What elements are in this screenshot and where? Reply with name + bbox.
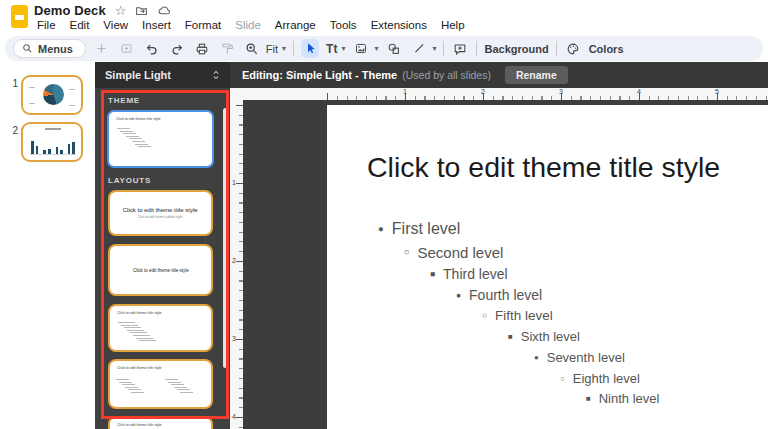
- filmstrip-slide-1[interactable]: 1: [0, 75, 95, 115]
- thumb-title-text: Click to edit theme title style: [133, 268, 189, 273]
- unfold-more-icon[interactable]: [210, 69, 222, 81]
- editing-label: Editing: Simple Light - Theme: [242, 69, 397, 81]
- bullet-level-2[interactable]: ○Second level: [404, 241, 659, 263]
- menu-slide: Slide: [228, 17, 268, 33]
- pie-chart-graphic: [43, 84, 64, 105]
- bullet-level-1[interactable]: ●First level: [378, 216, 659, 241]
- bullet-level-3[interactable]: ■Third level: [430, 263, 659, 284]
- theme-title-placeholder[interactable]: Click to edit theme title style: [367, 151, 720, 184]
- menu-file[interactable]: File: [30, 17, 63, 33]
- theme-panel-body: THEME Click to edit theme title style LA…: [95, 88, 230, 429]
- menu-arrange[interactable]: Arrange: [268, 17, 323, 33]
- menu-view[interactable]: View: [96, 17, 135, 33]
- zoom-icon[interactable]: [243, 39, 261, 58]
- title-bar: Demo Deck ☆ File Edit View Insert Format…: [0, 0, 768, 36]
- thumb-bullet-cascade: [118, 322, 156, 343]
- layout-thumbnail-title-only[interactable]: Click to edit theme title style: [108, 244, 213, 296]
- horizontal-ruler: 1 2 3 4 5: [230, 88, 768, 100]
- thumb-title-text: Click to edit theme title style: [116, 117, 161, 121]
- theme-selector[interactable]: Simple Light: [95, 62, 230, 88]
- filled-circle-bullet-icon: ●: [534, 353, 539, 362]
- zoom-caret-icon[interactable]: ▾: [282, 44, 286, 53]
- print-icon[interactable]: [193, 39, 211, 58]
- square-bullet-icon: ■: [430, 269, 435, 279]
- menu-tools[interactable]: Tools: [323, 17, 364, 33]
- document-title[interactable]: Demo Deck: [34, 3, 106, 18]
- ruler-number: 1: [403, 88, 407, 95]
- toolbar-divider: [556, 41, 557, 56]
- insert-shape-button[interactable]: [385, 39, 403, 58]
- square-bullet-icon: ■: [508, 332, 513, 341]
- thumb-title-text: Click to edit theme title style: [117, 366, 162, 370]
- bullet-level-8[interactable]: ○Eighth level: [560, 368, 659, 388]
- palette-icon[interactable]: [564, 39, 582, 58]
- ruler-number: 4: [232, 413, 236, 420]
- line-caret-icon[interactable]: ▾: [432, 44, 436, 53]
- toolbar-divider: [293, 41, 294, 56]
- thumb-title-text: Click to edit theme title style: [117, 311, 162, 315]
- theme-body-placeholder[interactable]: ●First level ○Second level ■Third level …: [378, 216, 659, 408]
- filled-circle-bullet-icon: ●: [456, 290, 461, 300]
- editor-main: Editing: Simple Light - Theme (Used by a…: [230, 62, 768, 429]
- slide-filmstrip: 1 2: [0, 62, 95, 429]
- text-tool-caret-icon[interactable]: ▾: [341, 44, 345, 53]
- hollow-circle-bullet-icon: ○: [482, 311, 487, 320]
- ruler-number: 5: [715, 88, 719, 95]
- text-box-tool-button[interactable]: Tt: [326, 42, 337, 56]
- slide-2-thumbnail-bar-chart[interactable]: [21, 122, 83, 162]
- menus-search-button[interactable]: Menus: [13, 39, 86, 58]
- hollow-circle-bullet-icon: ○: [404, 247, 409, 257]
- menu-insert[interactable]: Insert: [135, 17, 178, 33]
- toolbar: Menus Fit ▾ Tt ▾: [5, 36, 763, 61]
- layout-thumbnail-title-subtitle[interactable]: Click to edit theme title style Click to…: [108, 190, 213, 236]
- move-folder-icon[interactable]: [135, 4, 148, 17]
- thumb-title-text: Click to edit theme title style: [117, 423, 162, 427]
- rename-button[interactable]: Rename: [505, 66, 568, 84]
- star-icon[interactable]: ☆: [115, 4, 127, 17]
- layout-thumbnail-partial[interactable]: Click to edit theme title style: [108, 416, 213, 429]
- filmstrip-slide-2[interactable]: 2: [0, 122, 95, 162]
- menu-edit[interactable]: Edit: [63, 17, 97, 33]
- editing-status-bar: Editing: Simple Light - Theme (Used by a…: [230, 62, 768, 88]
- colors-button[interactable]: Colors: [589, 43, 624, 55]
- menu-help[interactable]: Help: [434, 17, 472, 33]
- slide-1-thumbnail-pie-chart[interactable]: [21, 75, 83, 115]
- cloud-saved-icon[interactable]: [157, 4, 171, 17]
- insert-image-button[interactable]: [352, 39, 370, 58]
- ruler-number: 3: [232, 335, 236, 342]
- ruler-number: 3: [559, 88, 563, 95]
- bullet-level-7[interactable]: ●Seventh level: [534, 347, 659, 368]
- undo-icon[interactable]: [143, 39, 161, 58]
- ruler-number: 4: [637, 88, 641, 95]
- layout-thumbnail-title-body[interactable]: Click to edit theme title style: [108, 304, 213, 352]
- redo-icon[interactable]: [168, 39, 186, 58]
- bullet-level-6[interactable]: ■Sixth level: [508, 326, 659, 347]
- bullet-level-4[interactable]: ●Fourth level: [456, 284, 659, 305]
- theme-section-label: THEME: [108, 96, 230, 106]
- hollow-circle-bullet-icon: ○: [560, 374, 565, 383]
- theme-master-thumbnail[interactable]: Click to edit theme title style: [107, 110, 214, 168]
- google-slides-app: Demo Deck ☆ File Edit View Insert Format…: [0, 0, 768, 429]
- cursor-arrow-icon: [304, 42, 317, 55]
- image-caret-icon[interactable]: ▾: [374, 44, 378, 53]
- bar-chart-graphic: [31, 138, 75, 154]
- layout-thumbnail-two-columns[interactable]: Click to edit theme title style: [108, 359, 213, 409]
- ruler-number: 1: [232, 179, 236, 186]
- insert-comment-button[interactable]: [451, 39, 469, 58]
- insert-line-button[interactable]: [410, 39, 428, 58]
- menu-format[interactable]: Format: [178, 17, 228, 33]
- workspace: 1 2: [0, 62, 768, 429]
- vertical-ruler: 1 2 3 4: [230, 100, 243, 429]
- background-button[interactable]: Background: [484, 43, 548, 55]
- search-icon: [22, 43, 33, 54]
- panel-scrollbar[interactable]: [223, 108, 228, 368]
- slides-logo-icon[interactable]: [11, 5, 28, 28]
- select-tool-button[interactable]: [301, 39, 319, 58]
- bullet-level-9[interactable]: ■Ninth level: [586, 388, 659, 408]
- bullet-level-5[interactable]: ○Fifth level: [482, 305, 659, 326]
- thumb-bullet-cascade: [117, 128, 151, 149]
- paint-format-icon: [218, 39, 236, 58]
- slide-page[interactable]: Click to edit theme title style ●First l…: [327, 105, 768, 429]
- zoom-level-select[interactable]: Fit: [266, 43, 278, 55]
- menu-extensions[interactable]: Extensions: [364, 17, 434, 33]
